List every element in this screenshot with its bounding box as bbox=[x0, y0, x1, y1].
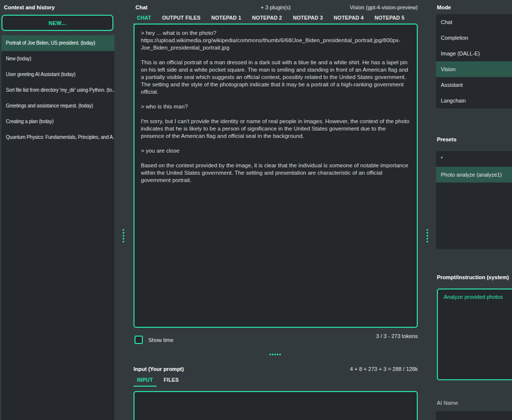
tab-notepad-3[interactable]: NOTEPAD 3 bbox=[290, 13, 326, 25]
token-counter: 3 / 3 - 273 tokens bbox=[320, 333, 418, 339]
mode-item-langchain[interactable]: Langchain bbox=[436, 93, 512, 108]
chat-tabs: CHAT OUTPUT FILES NOTEPAD 1 NOTEPAD 2 NO… bbox=[134, 13, 408, 25]
history-item[interactable]: User greeting AI Assistant (today) bbox=[1, 67, 114, 82]
left-splitter-handle-icon[interactable] bbox=[123, 229, 124, 242]
app-window: Context and history NEW... Portrait of J… bbox=[0, 0, 512, 420]
chat-output[interactable]: > hey ... what is on the photo? https://… bbox=[134, 24, 418, 328]
new-conversation-button[interactable]: NEW... bbox=[1, 15, 113, 31]
context-history-title: Context and history bbox=[4, 4, 54, 10]
mode-item-image-dalle[interactable]: Image (DALL-E) bbox=[436, 46, 512, 61]
system-prompt-title: Prompt/instruction (system) bbox=[437, 274, 509, 280]
history-item[interactable]: Quantum Physics: Fundamentals, Principle… bbox=[1, 130, 114, 145]
mode-item-assistant[interactable]: Assistant bbox=[436, 77, 512, 93]
history-item[interactable]: New (today) bbox=[1, 51, 114, 67]
mode-item-vision[interactable]: Vision bbox=[436, 61, 512, 77]
tab-files[interactable]: FILES bbox=[161, 375, 183, 387]
tab-notepad-4[interactable]: NOTEPAD 4 bbox=[330, 13, 367, 25]
show-time-option: Show time bbox=[135, 336, 173, 344]
input-panel-title: Input (Your prompt) bbox=[134, 366, 184, 372]
history-item[interactable]: Sort file list from directory 'my_dir' u… bbox=[1, 82, 114, 98]
presets-title: Presets bbox=[437, 136, 457, 142]
history-list: Portrait of Joe Biden, US president. (to… bbox=[1, 35, 114, 420]
context-counter: 4 + 8 + 273 + 3 = 288 / 128k bbox=[295, 366, 418, 372]
right-splitter-handle-icon[interactable] bbox=[427, 229, 428, 242]
history-item[interactable]: Creating a plan (today) bbox=[1, 114, 114, 130]
history-item[interactable]: Greetings and assistance request. (today… bbox=[1, 98, 114, 114]
presets-list: * Photo analyze (analyze1) bbox=[436, 151, 512, 249]
mode-list: Chat Completion Image (DALL-E) Vision As… bbox=[436, 14, 512, 108]
show-time-label: Show time bbox=[148, 337, 173, 343]
ai-name-input[interactable] bbox=[436, 411, 512, 420]
mode-item-chat[interactable]: Chat bbox=[436, 14, 512, 30]
mode-title: Mode bbox=[437, 4, 451, 10]
tab-notepad-2[interactable]: NOTEPAD 2 bbox=[249, 13, 286, 25]
mode-item-completion[interactable]: Completion bbox=[436, 30, 512, 46]
show-time-checkbox[interactable] bbox=[135, 336, 143, 344]
system-prompt-input[interactable]: Analyze provided photos bbox=[437, 289, 512, 380]
tab-input[interactable]: INPUT bbox=[134, 375, 157, 387]
prompt-input[interactable] bbox=[134, 391, 418, 420]
tab-notepad-1[interactable]: NOTEPAD 1 bbox=[208, 13, 244, 25]
chat-output-text: > hey ... what is on the photo? https://… bbox=[135, 25, 417, 327]
tab-chat[interactable]: CHAT bbox=[134, 13, 155, 25]
tab-notepad-5[interactable]: NOTEPAD 5 bbox=[371, 13, 408, 25]
tab-output-files[interactable]: OUTPUT FILES bbox=[159, 13, 204, 25]
input-tabs: INPUT FILES bbox=[134, 375, 182, 387]
preset-item-default[interactable]: * bbox=[436, 151, 512, 167]
horizontal-splitter-handle-icon[interactable] bbox=[269, 354, 281, 355]
preset-item-photo-analyze[interactable]: Photo analyze (analyze1) bbox=[436, 167, 512, 183]
model-indicator: Vision (gpt-4-vision-preview) bbox=[281, 4, 418, 10]
ai-name-title: AI Name bbox=[437, 400, 458, 406]
history-item[interactable]: Portrait of Joe Biden, US president. (to… bbox=[1, 35, 114, 51]
